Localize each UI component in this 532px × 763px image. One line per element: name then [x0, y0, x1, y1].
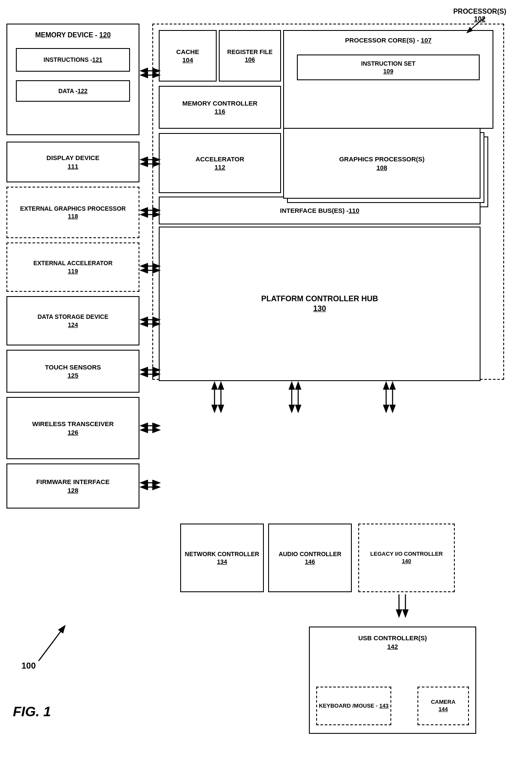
svg-line-24	[39, 627, 64, 661]
diagram: PROCESSOR(S)102 MEMORY DEVICE - 120 INST…	[0, 0, 532, 763]
memory-device-box: MEMORY DEVICE - 120 INSTRUCTIONS - 121 D…	[6, 24, 139, 135]
touch-sensors-box: TOUCH SENSORS 125	[6, 350, 139, 393]
external-accelerator-box: EXTERNAL ACCELERATOR 119	[6, 242, 139, 292]
arrow-touch-sensors	[139, 366, 161, 378]
data-storage-box: DATA STORAGE DEVICE 124	[6, 296, 139, 345]
arrow-ext-accelerator	[139, 262, 161, 275]
firmware-interface-box: FIRMWARE INTERFACE 128	[6, 463, 139, 509]
network-controller-box: NETWORK CONTROLLER 134	[180, 524, 264, 592]
arrow-memory	[139, 67, 161, 79]
camera-box: CAMERA 144	[417, 687, 469, 725]
instruction-set-box: INSTRUCTION SET 109	[297, 54, 480, 80]
processor-pointer-arrow	[459, 13, 502, 39]
platform-controller-box: PLATFORM CONTROLLER HUB 130	[159, 227, 481, 381]
external-graphics-box: EXTERNAL GRAPHICS PROCESSOR 118	[6, 187, 139, 238]
wireless-transceiver-box: WIRELESS TRANSCEIVER 126	[6, 397, 139, 459]
arrow-data-storage	[139, 315, 161, 328]
audio-controller-box: AUDIO CONTROLLER 146	[268, 524, 352, 592]
usb-controller-box: USB CONTROLLER(S) 142 KEYBOARD /MOUSE - …	[309, 627, 476, 734]
data-box: DATA - 122	[16, 80, 130, 102]
system-arrow	[26, 618, 77, 665]
memory-controller-box: MEMORY CONTROLLER 116	[159, 86, 281, 129]
arrow-audio-v	[287, 381, 305, 424]
arrow-firmware	[139, 478, 161, 491]
keyboard-mouse-box: KEYBOARD /MOUSE - 143	[316, 687, 391, 725]
legacy-io-box: LEGACY I/O CONTROLLER 140	[358, 524, 455, 592]
svg-line-25	[468, 17, 485, 32]
graphics-processor-box1: GRAPHICS PROCESSOR(S) 108	[283, 128, 481, 199]
arrow-display	[139, 155, 161, 168]
arrow-ext-graphics	[139, 206, 161, 219]
instructions-box: INSTRUCTIONS - 121	[16, 48, 130, 72]
register-file-box: REGISTER FILE 106	[219, 30, 281, 82]
arrow-wireless	[139, 421, 161, 434]
display-device-box: DISPLAY DEVICE 111	[6, 142, 139, 182]
cache-box: CACHE 104	[159, 30, 217, 82]
arrow-network-v	[210, 381, 227, 424]
arrow-usb-v	[395, 592, 412, 627]
processor-core-box: PROCESSOR CORE(S) - 107 INSTRUCTION SET …	[283, 30, 493, 129]
accelerator-box: ACCELERATOR 112	[159, 133, 281, 193]
arrow-legacy-v	[382, 381, 399, 424]
fig-label: FIG. 1	[13, 704, 51, 720]
